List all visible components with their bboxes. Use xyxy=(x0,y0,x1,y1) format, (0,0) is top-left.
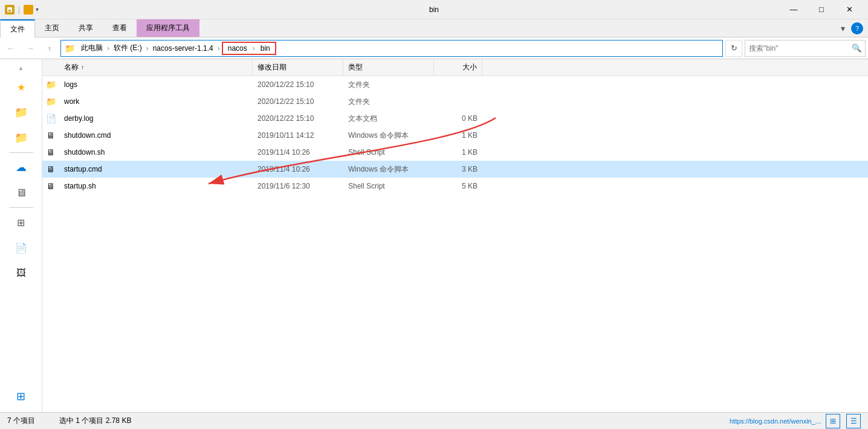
file-size-cell: 1 KB xyxy=(434,148,482,156)
file-name-cell: startup.cmd xyxy=(59,161,253,178)
file-name-cell: work xyxy=(59,93,253,110)
table-row[interactable]: 📁 logs 2020/12/22 15:10 文件夹 xyxy=(42,76,868,93)
file-date-cell: 2020/12/22 15:10 xyxy=(253,80,343,89)
table-row[interactable]: 📄 derby.log 2020/12/22 15:10 文本文档 0 KB xyxy=(42,110,868,127)
col-header-name[interactable]: 名称 ↑ xyxy=(59,59,253,76)
view-list-btn[interactable]: ☰ xyxy=(846,414,861,428)
row-icon-cell: 📁 xyxy=(42,97,59,106)
file-rows: 📁 logs 2020/12/22 15:10 文件夹 📁 work 2020/… xyxy=(42,76,868,195)
file-list-container: 名称 ↑ 修改日期 类型 大小 📁 logs 2020/12/22 15:1 xyxy=(42,59,868,412)
file-date-cell: 2019/11/4 10:26 xyxy=(253,165,343,173)
file-type-icon: 🖥 xyxy=(47,147,55,157)
tab-home[interactable]: 主页 xyxy=(35,19,69,37)
table-row[interactable]: 🖥 shutdown.sh 2019/11/4 10:26 Shell Scri… xyxy=(42,144,868,161)
table-row[interactable]: 🖥 startup.sh 2019/11/6 12:30 Shell Scrip… xyxy=(42,178,868,195)
search-input[interactable] xyxy=(745,40,848,56)
sep2: › xyxy=(146,44,149,53)
item-count: 7 个项目 xyxy=(7,416,35,426)
breadcrumb-thispc[interactable]: 此电脑 xyxy=(79,42,105,54)
file-list-header: 名称 ↑ 修改日期 类型 大小 xyxy=(42,59,868,76)
row-icon-cell: 🖥 xyxy=(42,164,59,174)
up-button[interactable]: ↑ xyxy=(41,40,58,57)
folder-address-icon: 📁 xyxy=(65,44,75,53)
tab-file[interactable]: 文件 xyxy=(0,19,35,37)
breadcrumb-highlight-box: nacos › bin xyxy=(222,42,276,55)
file-date-cell: 2019/11/6 12:30 xyxy=(253,182,343,190)
file-type-icon: 🖥 xyxy=(47,181,55,191)
file-name-cell: startup.sh xyxy=(59,178,253,195)
file-name: work xyxy=(64,97,79,106)
ribbon-expand-btn[interactable]: ▾ xyxy=(835,21,850,36)
row-icon-cell: 🖥 xyxy=(42,181,59,191)
breadcrumb-bin[interactable]: bin xyxy=(258,43,273,54)
sidebar-icon-doc[interactable]: 📄 xyxy=(7,236,36,260)
file-size-cell: 3 KB xyxy=(434,165,482,173)
status-bar: 7 个项目 选中 1 个项目 2.78 KB https://blog.csdn… xyxy=(0,412,868,429)
sidebar-icon-cloud[interactable]: ☁ xyxy=(7,155,36,179)
file-date-cell: 2019/11/4 10:26 xyxy=(253,148,343,156)
file-name-cell: shutdown.sh xyxy=(59,144,253,161)
title-bar: | ▾ bin — □ ✕ xyxy=(0,0,868,19)
file-type-icon: 📄 xyxy=(46,114,56,123)
ribbon: 文件 主页 共享 查看 应用程序工具 ▾ ? xyxy=(0,19,868,37)
save-icon[interactable] xyxy=(5,5,15,15)
address-bar[interactable]: 📁 此电脑 › 软件 (E:) › nacos-server-1.1.4 › n… xyxy=(60,40,723,57)
breadcrumb-drive[interactable]: 软件 (E:) xyxy=(111,42,144,54)
file-name-cell: derby.log xyxy=(59,110,253,127)
file-type-cell: 文件夹 xyxy=(343,97,434,107)
svg-rect-1 xyxy=(8,10,11,11)
table-row[interactable]: 🖥 startup.cmd 2019/11/4 10:26 Windows 命令… xyxy=(42,161,868,178)
sidebar-icon-folder-yellow2[interactable]: 📁 xyxy=(7,126,36,150)
main-area: ▲ ★ 📁 📁 ☁ 🖥 ⊞ 📄 🖼 ⊞ 名称 ↑ xyxy=(0,59,868,412)
sidebar-icon-star[interactable]: ★ xyxy=(7,75,36,99)
file-type-cell: 文件夹 xyxy=(343,80,434,90)
maximize-button[interactable]: □ xyxy=(808,0,835,19)
row-icon-cell: 🖥 xyxy=(42,131,59,140)
col-header-type[interactable]: 类型 xyxy=(343,59,434,76)
sidebar-divider1 xyxy=(9,152,33,153)
sep1: › xyxy=(107,44,109,53)
tab-view[interactable]: 查看 xyxy=(103,19,137,37)
file-type-icon: 📁 xyxy=(46,80,56,89)
sidebar-divider2 xyxy=(9,207,33,208)
breadcrumb-nacos[interactable]: nacos xyxy=(225,43,250,54)
title-bar-left: | ▾ xyxy=(5,5,39,15)
table-row[interactable]: 📁 work 2020/12/22 15:10 文件夹 xyxy=(42,93,868,110)
folder-icon-tb[interactable] xyxy=(24,5,33,15)
col-header-date[interactable]: 修改日期 xyxy=(253,59,343,76)
refresh-button[interactable]: ↻ xyxy=(725,40,742,57)
row-icon-cell: 🖥 xyxy=(42,147,59,157)
sidebar-icon-grid[interactable]: ⊞ xyxy=(7,210,36,234)
title-bar-title: bin xyxy=(429,5,439,14)
col-header-size[interactable]: 大小 xyxy=(434,59,482,76)
minimize-button[interactable]: — xyxy=(780,0,808,19)
tab-share[interactable]: 共享 xyxy=(69,19,103,37)
file-type-icon: 🖥 xyxy=(47,164,55,174)
file-type-cell: 文本文档 xyxy=(343,114,434,124)
title-bar-separator: | xyxy=(18,5,20,14)
status-bar-right: https://blog.csdn.net/wenxin_... ⊞ ☰ xyxy=(730,414,861,428)
table-row[interactable]: 🖥 shutdown.cmd 2019/10/11 14:12 Windows … xyxy=(42,127,868,144)
search-bar: 🔍 xyxy=(745,40,866,57)
title-bar-controls: — □ ✕ xyxy=(780,0,863,19)
sidebar-icon-windows[interactable]: ⊞ xyxy=(7,384,36,408)
sidebar-icon-folder-yellow[interactable]: 📁 xyxy=(7,100,36,124)
file-name: derby.log xyxy=(64,114,93,123)
close-button[interactable]: ✕ xyxy=(835,0,863,19)
file-type-icon: 🖥 xyxy=(47,131,55,140)
title-bar-arrow: ▾ xyxy=(36,6,39,13)
ribbon-help-btn[interactable]: ? xyxy=(851,22,863,34)
search-button[interactable]: 🔍 xyxy=(848,40,865,57)
file-name: shutdown.cmd xyxy=(64,131,111,140)
ribbon-end: ▾ ? xyxy=(835,19,868,37)
sidebar-icon-monitor[interactable]: 🖥 xyxy=(7,181,36,205)
forward-button[interactable]: → xyxy=(22,40,39,57)
breadcrumb-nacos-server[interactable]: nacos-server-1.1.4 xyxy=(151,43,216,54)
file-date-cell: 2020/12/22 15:10 xyxy=(253,97,343,106)
view-details-btn[interactable]: ⊞ xyxy=(826,414,840,428)
sidebar-up-arrow: ▲ xyxy=(7,62,36,74)
back-button[interactable]: ← xyxy=(2,40,19,57)
file-name: startup.sh xyxy=(64,182,96,190)
sidebar-icon-img[interactable]: 🖼 xyxy=(7,261,36,285)
tab-apptool[interactable]: 应用程序工具 xyxy=(137,19,199,37)
